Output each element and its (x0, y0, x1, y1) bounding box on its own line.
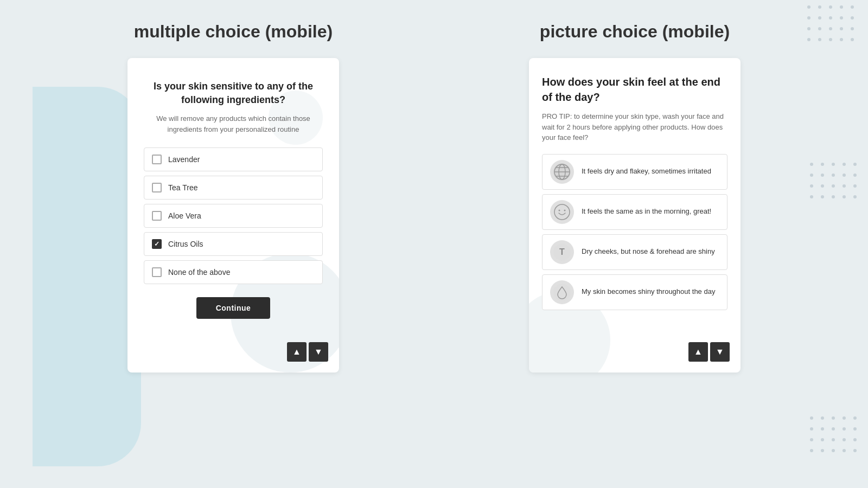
pc-label-dry-flakey: It feels dry and flakey, sometimes irrit… (582, 166, 711, 176)
right-panel: picture choice (mobile) How does your sk… (434, 22, 835, 466)
pc-nav-buttons: ▲ ▼ (688, 342, 730, 362)
mc-option-none[interactable]: None of the above (144, 260, 323, 284)
mc-checkbox-tea-tree (152, 183, 162, 192)
mc-nav-down[interactable]: ▼ (309, 342, 328, 362)
pc-option-same-morning[interactable]: It feels the same as in the morning, gre… (542, 194, 727, 230)
svg-point-9 (564, 209, 566, 211)
mc-label-none: None of the above (168, 268, 230, 277)
pc-question-subtitle: PRO TIP: to determine your skin type, wa… (542, 111, 727, 143)
pc-option-list: It feels dry and flakey, sometimes irrit… (542, 154, 727, 310)
pc-label-shiny-day: My skin becomes shiny throughout the day (582, 287, 715, 297)
mc-option-lavender[interactable]: Lavender (144, 147, 323, 171)
svg-text:T: T (559, 247, 565, 256)
pc-nav-up[interactable]: ▲ (688, 342, 708, 362)
mc-label-aloe-vera: Aloe Vera (168, 211, 201, 220)
right-panel-title: picture choice (mobile) (540, 22, 730, 42)
mc-label-tea-tree: Tea Tree (168, 183, 197, 192)
pc-label-same-morning: It feels the same as in the morning, gre… (582, 207, 711, 216)
picture-choice-card: How does your skin feel at the end of th… (529, 58, 741, 373)
mc-option-list: Lavender Tea Tree Aloe Vera (144, 147, 323, 284)
mc-checkbox-citrus-oils (152, 239, 162, 249)
mc-option-aloe-vera[interactable]: Aloe Vera (144, 204, 323, 228)
multiple-choice-card: Is your skin sensitive to any of the fol… (127, 58, 339, 373)
svg-point-6 (553, 203, 571, 221)
pc-icon-dry-flakey (550, 160, 574, 184)
mc-checkbox-aloe-vera (152, 211, 162, 221)
mc-checkbox-none (152, 267, 162, 277)
mc-checkbox-lavender (152, 155, 162, 164)
mc-nav-up[interactable]: ▲ (287, 342, 307, 362)
pc-option-shiny-day[interactable]: My skin becomes shiny throughout the day (542, 274, 727, 310)
pc-nav-down[interactable]: ▼ (710, 342, 730, 362)
mc-label-citrus-oils: Citrus Oils (168, 240, 203, 248)
pc-option-dry-cheeks[interactable]: T Dry cheeks, but nose & forehead are sh… (542, 234, 727, 270)
pc-icon-dry-cheeks: T (550, 240, 574, 264)
mc-nav-buttons: ▲ ▼ (287, 342, 328, 362)
continue-button[interactable]: Continue (196, 297, 271, 319)
pc-option-dry-flakey[interactable]: It feels dry and flakey, sometimes irrit… (542, 154, 727, 190)
mc-option-tea-tree[interactable]: Tea Tree (144, 176, 323, 200)
left-panel-title: multiple choice (mobile) (134, 22, 333, 42)
mc-question-subtitle: We will remove any products which contai… (144, 113, 323, 134)
left-panel: multiple choice (mobile) Is your skin se… (33, 22, 434, 466)
teal-bg-shape (33, 87, 141, 466)
mc-question-title: Is your skin sensitive to any of the fol… (144, 80, 323, 107)
pc-label-dry-cheeks: Dry cheeks, but nose & forehead are shin… (582, 247, 715, 256)
pc-icon-same-morning (550, 200, 574, 224)
svg-point-8 (559, 209, 560, 211)
mc-option-citrus-oils[interactable]: Citrus Oils (144, 232, 323, 256)
pc-question-title: How does your skin feel at the end of th… (542, 74, 727, 105)
pc-icon-shiny-day (550, 280, 574, 304)
mc-label-lavender: Lavender (168, 155, 200, 164)
